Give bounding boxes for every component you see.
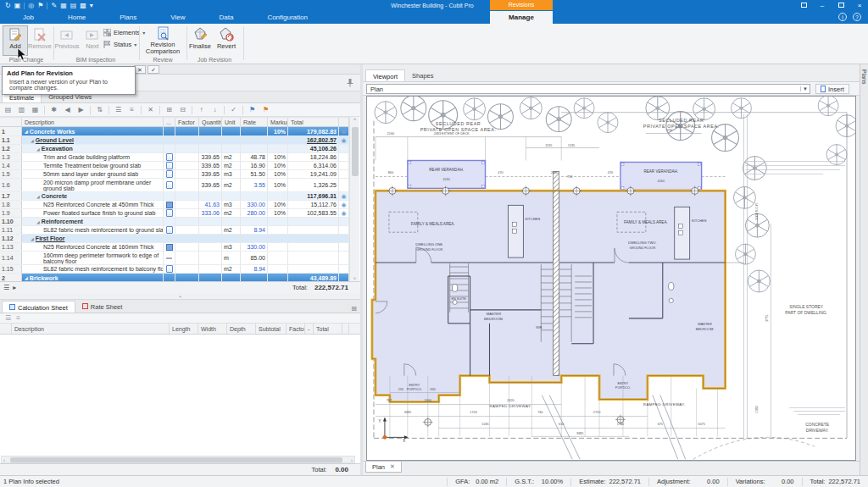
finalise-button[interactable]: Finalise <box>187 25 213 56</box>
table-row[interactable]: 1.4 Termite Treatment below ground slab … <box>0 162 349 170</box>
tab-manage[interactable]: Manage <box>490 11 553 24</box>
flag-orange-icon[interactable]: ⚑ <box>261 106 270 113</box>
visibility-eye-icon[interactable] <box>339 243 349 251</box>
table-row[interactable]: 1 Concrete Works 10% 179,082.83 <box>0 127 349 136</box>
floor-plan-drawing[interactable]: SECLUDED REAR PRIVATE OPEN SPACE AREA. S… <box>367 97 855 460</box>
tab-viewport[interactable]: Viewport <box>365 69 405 81</box>
spellcheck-icon[interactable]: ✓ <box>229 106 238 113</box>
row-note-icon[interactable] <box>164 179 175 191</box>
row-note-icon[interactable] <box>164 162 175 169</box>
tab-view[interactable]: View <box>159 11 196 24</box>
row-note-icon[interactable] <box>164 209 175 217</box>
close-plan-tab-icon[interactable]: ✕ <box>390 463 395 470</box>
table-row[interactable]: 1.10 Reinforcement <box>0 218 349 226</box>
tab-home[interactable]: Home <box>57 11 97 24</box>
tab-data[interactable]: Data <box>208 11 244 24</box>
sep[interactable] <box>141 106 142 114</box>
tab-shapes[interactable]: Shapes <box>405 69 440 81</box>
list-icon[interactable]: ☰ <box>114 106 123 113</box>
chevron-down-icon[interactable]: ▼ <box>800 86 810 91</box>
insert-plan-button[interactable]: Insert <box>815 84 849 94</box>
view-dual-icon[interactable]: ▥ <box>17 106 26 113</box>
table-row[interactable]: 1.3 Trim and Grade building platform 339… <box>0 153 349 162</box>
minimize-button[interactable]: – <box>817 0 827 11</box>
compass-icon[interactable]: ✎ <box>51 0 57 11</box>
calc-insert-row-icon[interactable]: ☰ <box>5 314 11 322</box>
announce-icon[interactable]: ⚑ <box>37 0 43 11</box>
sep[interactable] <box>192 106 192 114</box>
view-single-icon[interactable]: ▤ <box>3 106 13 113</box>
close-button[interactable]: × <box>854 0 865 11</box>
row-note-icon[interactable] <box>164 192 175 200</box>
expand-icon[interactable]: ▸ <box>13 284 16 291</box>
row-note-icon[interactable] <box>164 265 175 273</box>
view-grid-icon[interactable]: ▦ <box>31 106 40 113</box>
visibility-eye-icon[interactable] <box>339 265 349 273</box>
row-note-icon[interactable] <box>164 243 175 251</box>
visibility-eye-icon[interactable] <box>339 170 349 178</box>
next-button[interactable]: Next <box>80 25 105 56</box>
sep[interactable] <box>108 106 109 114</box>
visibility-eye-icon[interactable] <box>339 252 349 264</box>
sep[interactable] <box>24 3 25 9</box>
table-row[interactable]: 1.11 SL82 fabric mesh reinforcement to g… <box>0 226 349 235</box>
help-icon[interactable]: ? <box>853 13 861 21</box>
visibility-eye-icon[interactable] <box>339 274 349 281</box>
revision-comparison-button[interactable]: Revision Comparison <box>144 25 181 56</box>
table-icon[interactable]: ▦ <box>60 0 67 11</box>
status-dropdown[interactable]: Status▾ <box>103 40 136 49</box>
collapse-icon[interactable]: ⊟ <box>178 106 187 113</box>
tab-calculation-sheet[interactable]: Calculation Sheet <box>2 301 75 313</box>
row-note-icon[interactable] <box>164 201 175 208</box>
window-style-icon[interactable] <box>798 0 809 11</box>
sync-icon[interactable]: ↻ <box>5 0 11 11</box>
table-row[interactable]: 1.1 Ground Level 162,802.57 <box>0 136 349 145</box>
table-row[interactable]: 1.7 Concrete 117,696.31 <box>0 192 349 201</box>
table-row[interactable]: 1.12 First Floor <box>0 235 349 243</box>
sep[interactable] <box>159 106 160 114</box>
delete-icon[interactable]: ✕ <box>146 106 155 113</box>
row-note-icon[interactable] <box>164 127 175 136</box>
table-row[interactable]: 1.5 50mm sand layer under ground slab 33… <box>0 170 349 179</box>
visibility-eye-icon[interactable] <box>339 201 349 208</box>
tab-job[interactable]: Job <box>12 11 45 24</box>
table-row[interactable]: 1.14 160mm deep perimeter formwork to ed… <box>0 252 349 265</box>
print-icon[interactable]: ▤ <box>70 0 77 11</box>
visibility-eye-icon[interactable] <box>339 136 349 144</box>
info-icon[interactable]: i <box>838 13 847 21</box>
sep[interactable] <box>242 106 243 114</box>
panel-splitter[interactable]: ⌄ <box>0 293 360 300</box>
row-note-icon[interactable] <box>164 274 175 281</box>
restore-button[interactable] <box>836 0 846 11</box>
flag-blue-icon[interactable]: ⚑ <box>248 106 257 113</box>
visibility-eye-icon[interactable] <box>339 153 349 161</box>
menu-icon[interactable]: ☰ <box>3 284 9 291</box>
nav-right-icon[interactable]: ▶ <box>76 106 86 113</box>
tab-configuration[interactable]: Configuration <box>256 11 319 24</box>
confirm-edit-icon[interactable]: ✓ <box>147 65 159 74</box>
estimate-vertical-scrollbar[interactable]: ˄˅ <box>349 117 359 281</box>
pin-icon[interactable] <box>347 79 353 87</box>
visibility-eye-icon[interactable] <box>339 162 349 169</box>
visibility-eye-icon[interactable] <box>339 179 349 191</box>
plans-side-tab[interactable]: Plans <box>860 64 868 475</box>
previous-button[interactable]: Previous <box>54 25 80 56</box>
visibility-eye-icon[interactable] <box>339 127 349 136</box>
save-icon[interactable]: ▣ <box>14 0 21 11</box>
row-note-icon[interactable] <box>164 235 175 242</box>
tab-rate-sheet[interactable]: Rate Sheet <box>75 301 130 313</box>
calc-body[interactable] <box>0 335 360 456</box>
visibility-eye-icon[interactable] <box>339 145 349 152</box>
tab-plans[interactable]: Plans <box>108 11 147 24</box>
table-row[interactable]: 1.15 SL82 fabric mesh reinforcement to b… <box>0 265 349 274</box>
visibility-eye-icon[interactable] <box>339 209 349 217</box>
row-note-icon[interactable] <box>164 170 175 178</box>
visibility-eye-icon[interactable] <box>339 192 349 200</box>
calc-horizontal-scrollbar[interactable]: ‹› <box>1 456 355 463</box>
sep[interactable] <box>47 3 47 9</box>
grid-dropdown-icon[interactable]: ▩ <box>80 0 86 11</box>
row-note-icon[interactable] <box>164 136 175 144</box>
table-row[interactable]: 1.8 N25 Reinforced Concrete at 450mm Thi… <box>0 201 349 209</box>
calc-delete-row-icon[interactable]: ≡ <box>16 314 20 322</box>
nav-left-icon[interactable]: ◀ <box>63 106 72 113</box>
